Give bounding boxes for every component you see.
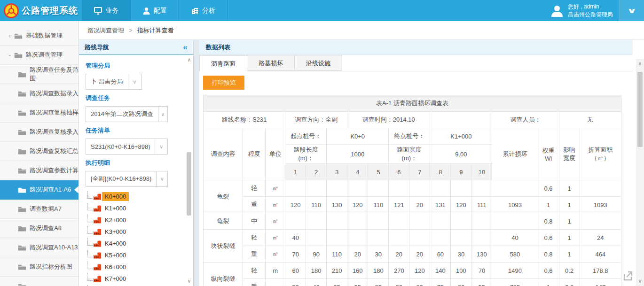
filter-dropdown-2[interactable]: 2014年第二次路况调查∨ — [86, 106, 168, 122]
tree-item-label: K6+000 — [102, 263, 129, 271]
sidebar-item-11[interactable]: +路况调查A8 — [0, 219, 79, 238]
toolbar: 打印预览 — [199, 71, 644, 95]
chevron-down-icon[interactable]: ∨ — [156, 171, 167, 186]
sidebar-item-13[interactable]: +路况指标分析图 — [0, 257, 79, 277]
tab-3[interactable]: 沿线设施 — [294, 55, 342, 71]
sidebar-item-4[interactable]: +路况调查数据录入 — [0, 84, 79, 103]
influence-cell: 1 — [559, 230, 580, 246]
value-cell — [409, 180, 430, 197]
top-bar: 公路管理系统 业务配置分析 您好 , admin 昌吉州公路管理局 ∨ — [0, 0, 644, 21]
app-title: 公路管理系统 — [22, 5, 78, 17]
tree-item-label: K0+000 — [102, 192, 129, 201]
value-cell — [347, 230, 368, 246]
value-cell: 131 — [430, 197, 451, 213]
area-cell: 178.8 — [580, 263, 621, 279]
filter-dropdown-3[interactable]: S231(K0+0-K16+898)∨ — [86, 139, 168, 155]
sidebar-item-1[interactable]: +基础数据管理 — [0, 26, 79, 46]
tree-item-label: K2+000 — [102, 216, 129, 224]
user-info: 您好 , admin 昌吉州公路管理局 — [568, 3, 613, 19]
tree-item-K7+000[interactable]: K7+000 — [86, 273, 180, 285]
tree-connector — [87, 238, 93, 246]
popout-icon[interactable] — [622, 270, 634, 281]
damage-type-cell: 块状裂缝 — [204, 230, 243, 263]
top-nav-tabs: 业务配置分析 — [82, 0, 228, 21]
folder-icon — [14, 33, 23, 39]
sidebar-item-10[interactable]: +调查数据A7 — [0, 200, 79, 219]
main-scrollbar-thumb[interactable] — [637, 72, 643, 147]
value-cell — [347, 180, 368, 197]
tree-item-K1+000[interactable]: K1+000 — [86, 202, 180, 214]
nav-scrollbar[interactable]: ∧ ∨ — [186, 56, 193, 286]
chevron-down-icon[interactable]: ∨ — [155, 139, 167, 154]
top-tab-3[interactable]: 分析 — [179, 0, 228, 21]
top-tab-label: 业务 — [105, 7, 118, 15]
tab-2[interactable]: 路基损坏 — [247, 55, 295, 71]
station-icon — [93, 240, 101, 247]
tree-connector — [87, 273, 93, 281]
sidebar-item-2[interactable]: -路况调查管理 — [0, 46, 79, 65]
value-cell: 20 — [409, 246, 430, 263]
chevron-down-icon[interactable]: ∨ — [128, 74, 141, 89]
value-cell: 70 — [471, 263, 492, 279]
user-box[interactable]: 您好 , admin 昌吉州公路管理局 — [550, 0, 620, 21]
sidebar-item-5[interactable]: +路况调查复核抽样 — [0, 103, 79, 123]
folder-icon — [18, 264, 26, 270]
damage-type-cell: 纵向裂缝 — [204, 263, 243, 286]
sidebar-item-6[interactable]: +路况调查复核录入 — [0, 123, 79, 142]
sidebar-item-7[interactable]: +路况调查复核汇总 — [0, 142, 79, 161]
value-cell — [451, 180, 471, 197]
value-cell — [306, 180, 327, 197]
tree-item-K2+000[interactable]: K2+000 — [86, 214, 180, 226]
tree-item-K0+000[interactable]: K0+000 — [86, 191, 180, 202]
dropdown-value: 2014年第二次路况调查 — [86, 107, 158, 122]
value-cell: 75 — [430, 279, 451, 286]
scroll-down-icon[interactable]: ∨ — [186, 278, 193, 284]
filter-dropdown-4[interactable]: [全副](K0+0-K16+898)∨ — [86, 171, 168, 187]
folder-icon — [18, 110, 26, 116]
value-cell: 40 — [285, 230, 306, 246]
sidebar-item-3[interactable]: +路况调查任务及范围 — [0, 65, 79, 84]
folder-icon — [14, 52, 23, 58]
area-cell — [580, 180, 621, 197]
value-cell: 70 — [285, 246, 306, 263]
sidebar-item-9[interactable]: +路况调查A1-A6 — [0, 180, 79, 200]
total-cell: 735 — [492, 279, 538, 286]
tree-item-K4+000[interactable]: K4+000 — [86, 238, 180, 249]
main-scrollbar[interactable]: ∧ ∨ — [636, 59, 644, 286]
value-cell — [471, 180, 492, 197]
tree-connector — [87, 203, 93, 210]
sidebar-menu: +基础数据管理-路况调查管理+路况调查任务及范围+路况调查数据录入+路况调查复核… — [0, 21, 79, 286]
top-tab-2[interactable]: 配置 — [131, 0, 179, 21]
nav-scrollbar-thumb[interactable] — [187, 152, 191, 216]
print-preview-button[interactable]: 打印预览 — [203, 76, 244, 90]
tree-item-K3+000[interactable]: K3+000 — [86, 226, 180, 238]
tree-item-K6+000[interactable]: K6+000 — [86, 261, 180, 273]
sidebar-item-14[interactable]: + — [0, 277, 79, 286]
breadcrumb-parent[interactable]: 路况调查管理 — [87, 26, 124, 35]
tree-item-K5+000[interactable]: K5+000 — [86, 249, 180, 261]
damage-type-cell: 龟裂 — [204, 213, 243, 230]
damage-survey-table: 表A-1 沥青路面损坏调查表路线名称：S231调查方向：全副调查时间：2014.… — [203, 95, 621, 286]
influence-cell: 1 — [559, 213, 580, 230]
sidebar-item-8[interactable]: +路况调查参数计算 — [0, 161, 79, 180]
collapse-panel-icon[interactable]: « — [183, 43, 188, 51]
filter-dropdown-1[interactable]: 卜 昌吉分局∨ — [86, 74, 142, 90]
weight-cell: 0.6 — [538, 180, 559, 197]
scroll-up-icon[interactable]: ∧ — [186, 57, 193, 63]
user-organization: 昌吉州公路管理局 — [568, 11, 613, 19]
value-cell: 130 — [327, 197, 347, 213]
degree-cell: 轻 — [243, 180, 266, 197]
influence-cell: 1 — [559, 246, 580, 263]
tab-1[interactable]: 沥青路面 — [199, 55, 247, 71]
area-cell: 464 — [580, 246, 621, 263]
scroll-up-icon[interactable]: ∧ — [636, 61, 644, 67]
degree-cell: 重 — [243, 246, 266, 263]
top-tab-1[interactable]: 业务 — [82, 0, 131, 21]
sidebar-item-12[interactable]: +路况调查A10-A13 — [0, 238, 79, 257]
tree-connector — [87, 191, 93, 199]
chevron-down-icon[interactable]: ∨ — [158, 107, 167, 122]
tree-item-label: K4+000 — [102, 239, 129, 248]
scroll-down-icon[interactable]: ∨ — [636, 278, 644, 284]
header-dropdown-button[interactable]: ∨ — [620, 0, 644, 21]
station-icon — [93, 217, 101, 224]
